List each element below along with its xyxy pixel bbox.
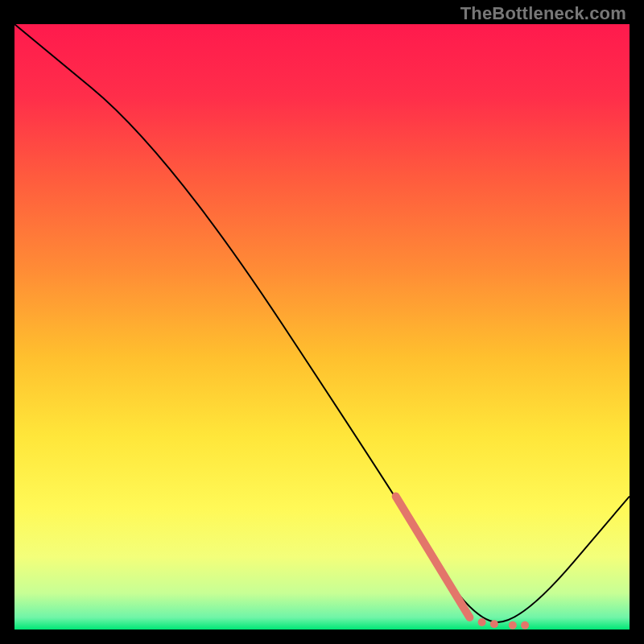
marker-dot (478, 618, 486, 626)
chart-svg (0, 0, 644, 644)
watermark-text: TheBottleneck.com (460, 3, 626, 24)
chart-stage: TheBottleneck.com (0, 0, 644, 644)
plot-background (14, 24, 630, 630)
marker-dot (509, 621, 517, 630)
marker-dot (521, 621, 529, 630)
marker-dot (490, 620, 498, 628)
